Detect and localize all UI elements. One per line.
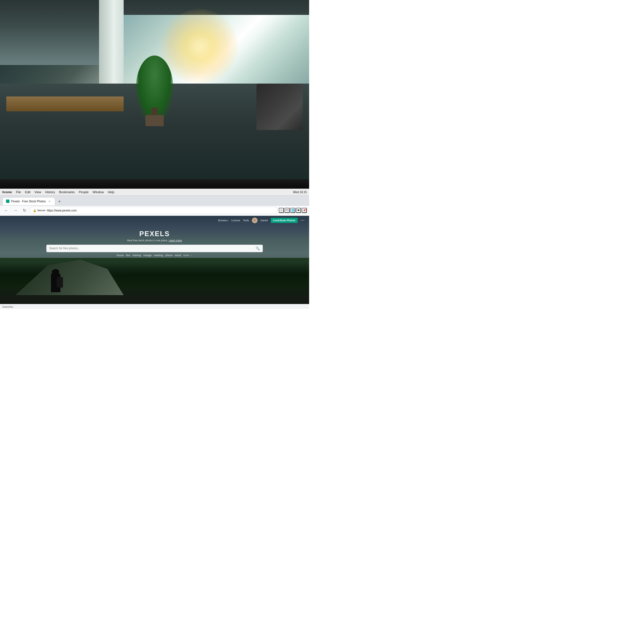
browse-nav-link[interactable]: Browse xyxy=(218,219,228,222)
bookmark-star-button[interactable]: ☆ xyxy=(279,208,284,213)
pexels-hero-section: Browse License Tools D Daniel Contribute… xyxy=(0,216,309,309)
address-bar[interactable]: 🔒 Secure https://www.pexels.com xyxy=(30,207,278,214)
menu-app-name[interactable]: hrome xyxy=(2,190,12,194)
menu-window[interactable]: Window xyxy=(93,190,104,194)
tag-phone[interactable]: phone xyxy=(165,254,173,257)
person-backpack xyxy=(57,277,63,288)
tag-vintage[interactable]: vintage xyxy=(143,254,152,257)
menu-bar-right: Wed 16:15 xyxy=(293,191,307,194)
pexels-navigation: Browse License Tools D Daniel Contribute… xyxy=(0,216,309,225)
tools-nav-link[interactable]: Tools xyxy=(243,219,249,222)
tab-close-button[interactable]: × xyxy=(48,199,52,203)
secure-label: Secure xyxy=(37,209,46,212)
tag-more[interactable]: more → xyxy=(183,254,192,257)
tag-blur[interactable]: blur xyxy=(126,254,130,257)
person-silhouette xyxy=(46,269,65,293)
office-background xyxy=(0,0,309,185)
ext-icon-1[interactable]: 🛡 xyxy=(285,208,290,213)
browser-window: hrome File Edit View History Bookmarks P… xyxy=(0,189,309,309)
lock-icon: 🔒 xyxy=(33,209,36,212)
pexels-search-input[interactable] xyxy=(49,247,254,250)
browser-status-bar: Searches xyxy=(0,304,309,309)
user-name-label[interactable]: Daniel xyxy=(260,219,268,222)
menu-view[interactable]: View xyxy=(34,190,41,194)
tag-house[interactable]: house xyxy=(117,254,124,257)
menu-bar-left: hrome File Edit View History Bookmarks P… xyxy=(2,190,289,194)
tab-favicon xyxy=(6,199,9,203)
menu-bar-time: Wed 16:15 xyxy=(293,191,307,194)
pexels-site-title: PEXELS xyxy=(46,230,263,238)
pexels-search-tags: house blur training vintage meeting phon… xyxy=(46,254,263,257)
tag-training[interactable]: training xyxy=(133,254,141,257)
menu-history[interactable]: History xyxy=(45,190,55,194)
secure-badge: 🔒 Secure xyxy=(33,209,46,212)
pexels-search-bar[interactable]: 🔍 xyxy=(46,245,263,252)
pexels-subtitle: Best free stock photos in one place. Lea… xyxy=(46,239,263,242)
pexels-nav-right: Browse License Tools D Daniel Contribute… xyxy=(218,218,305,223)
new-tab-button[interactable]: + xyxy=(56,198,63,205)
ext-icon-4[interactable]: 📌 xyxy=(302,208,307,213)
pexels-hero-content: PEXELS Best free stock photos in one pla… xyxy=(46,230,263,257)
office-plant-pot xyxy=(145,115,164,126)
pexels-search-button[interactable]: 🔍 xyxy=(256,246,260,250)
user-avatar[interactable]: D xyxy=(252,218,258,223)
browser-tab-bar: Pexels · Free Stock Photos × + xyxy=(0,196,309,206)
office-desk xyxy=(6,96,124,111)
menu-file[interactable]: File xyxy=(16,190,21,194)
office-chair xyxy=(256,84,303,130)
url-text: https://www.pexels.com xyxy=(47,209,77,212)
macos-menu-bar: hrome File Edit View History Bookmarks P… xyxy=(0,189,309,196)
menu-bookmarks[interactable]: Bookmarks xyxy=(59,190,75,194)
menu-help[interactable]: Help xyxy=(108,190,114,194)
user-avatar-initial: D xyxy=(254,219,256,222)
menu-people[interactable]: People xyxy=(79,190,88,194)
more-options-button[interactable]: ⋯ xyxy=(301,218,305,223)
license-nav-link[interactable]: License xyxy=(231,219,240,222)
ext-icon-3[interactable]: ❤ xyxy=(296,208,301,213)
active-tab[interactable]: Pexels · Free Stock Photos × xyxy=(2,197,55,205)
tag-meeting[interactable]: meeting xyxy=(154,254,163,257)
search-icon: 🔍 xyxy=(256,246,260,250)
status-bar-text: Searches xyxy=(2,305,13,308)
refresh-button[interactable]: ↻ xyxy=(21,206,29,214)
back-button[interactable]: ← xyxy=(2,206,10,214)
ext-icon-2[interactable]: 🌐 xyxy=(290,208,295,213)
tab-title: Pexels · Free Stock Photos xyxy=(11,200,46,203)
toolbar-extensions: ☆ 🛡 🌐 ❤ 📌 xyxy=(279,208,307,213)
learn-more-link[interactable]: Learn more xyxy=(169,239,182,242)
monitor-bezel xyxy=(0,179,309,188)
tag-wood[interactable]: wood xyxy=(175,254,181,257)
pexels-content-area: Browse License Tools D Daniel Contribute… xyxy=(0,216,309,309)
contribute-photos-button[interactable]: Contribute Photos xyxy=(271,218,298,223)
browser-nav-bar: ← → ↻ 🔒 Secure https://www.pexels.com ☆ … xyxy=(0,206,309,216)
forward-button[interactable]: → xyxy=(11,206,19,214)
menu-edit[interactable]: Edit xyxy=(25,190,30,194)
office-sunlight xyxy=(161,9,238,83)
